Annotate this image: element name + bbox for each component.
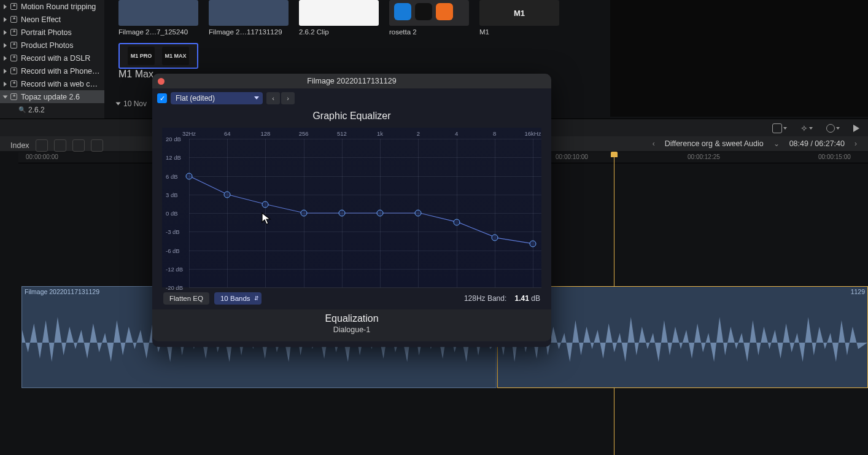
- audio-clip-selected[interactable]: 1129: [497, 286, 868, 388]
- eq-footer: Flatten EQ 10 Bands 128Hz Band: 1.41 dB: [152, 287, 551, 309]
- chevron-down-icon: [783, 127, 787, 130]
- clip-appearance-button[interactable]: [54, 139, 66, 152]
- clip-appearance-button[interactable]: [91, 139, 103, 152]
- media-thumb[interactable]: 2.6.2 Clip: [299, 0, 379, 36]
- x-tick-label: 2: [417, 130, 420, 137]
- y-tick-label: -12 dB: [166, 265, 183, 272]
- sidebar-item-label: Record with a DSLR: [21, 54, 90, 63]
- sidebar-item[interactable]: Record with a Phone…: [0, 64, 104, 77]
- star-icon: [10, 80, 17, 87]
- media-thumb[interactable]: Filmage 2…7_125240: [118, 0, 198, 36]
- tool-retime[interactable]: [826, 124, 840, 133]
- star-icon: [10, 68, 17, 74]
- x-tick-label: 1k: [377, 130, 383, 137]
- disclosure-icon: [4, 17, 7, 22]
- preset-label: Flat (edited): [176, 94, 215, 103]
- sidebar-subitem[interactable]: 2.6.2: [0, 103, 104, 116]
- thumb-image: [299, 0, 379, 26]
- clip-appearance-button[interactable]: [36, 139, 48, 152]
- bands-select[interactable]: 10 Bands: [214, 292, 262, 305]
- sidebar-item-label: Record with a web c…: [21, 80, 98, 88]
- rect-icon: [772, 123, 782, 133]
- section-subtitle: Dialogue-1: [152, 325, 551, 334]
- equalizer-panel: Filmage 20220117131129 ✓ Flat (edited) ‹…: [152, 74, 551, 347]
- history-fwd[interactable]: ›: [854, 139, 857, 148]
- eq-graph[interactable]: 20 dB12 dB6 dB3 dB0 dB-3 dB-6 dB-12 dB-2…: [162, 128, 541, 287]
- thumb-label: rosetta 2: [389, 28, 469, 36]
- sidebar-item[interactable]: Record with a web c…: [0, 77, 104, 90]
- sidebar-item-label: Product Photos: [21, 41, 73, 50]
- y-tick-label: 20 dB: [166, 136, 181, 142]
- sidebar-item[interactable]: Neon Effect: [0, 13, 104, 26]
- disclosure-icon: [4, 43, 7, 48]
- section-title: Equalization: [152, 313, 551, 324]
- date-group[interactable]: 10 Nov: [117, 99, 147, 108]
- sidebar-item[interactable]: Product Photos: [0, 39, 104, 52]
- tool-transform[interactable]: [772, 123, 787, 133]
- chip-label: M1: [514, 9, 525, 18]
- eq-section-label: Equalization Dialogue-1: [152, 309, 551, 341]
- clip-appearance-button[interactable]: [72, 139, 85, 152]
- eq-graph-title: Graphic Equalizer: [152, 111, 551, 122]
- sidebar-item-label: Topaz update 2.6: [21, 93, 80, 101]
- index-button[interactable]: Index: [10, 141, 29, 150]
- sidebar-item-selected[interactable]: Topaz update 2.6: [0, 90, 104, 103]
- sidebar-item-label: Neon Effect: [21, 15, 61, 24]
- eq-enable-checkbox[interactable]: ✓: [157, 93, 167, 103]
- sidebar-item[interactable]: Motion Round tripping: [0, 0, 104, 13]
- y-tick-label: 0 dB: [166, 210, 178, 217]
- waveform: [498, 298, 867, 387]
- star-icon: [10, 93, 17, 100]
- panel-title: Filmage 20220117131129: [307, 77, 396, 85]
- sidebar-item[interactable]: Record with a DSLR: [0, 52, 104, 64]
- star-icon: [10, 42, 17, 49]
- media-thumb[interactable]: rosetta 2: [389, 0, 469, 36]
- flatten-eq-button[interactable]: Flatten EQ: [163, 292, 209, 305]
- eq-preset-select[interactable]: Flat (edited): [171, 92, 263, 104]
- star-icon: [10, 3, 17, 10]
- y-tick-label: 12 dB: [166, 154, 181, 161]
- sidebar-item-label: Motion Round tripping: [21, 2, 96, 11]
- tool-enhance[interactable]: ✧: [800, 123, 813, 133]
- disclosure-icon: [3, 95, 8, 98]
- chevron-down-icon: [809, 127, 813, 130]
- ruler-tick: 00:00:00:00: [26, 154, 58, 160]
- star-icon: [10, 16, 17, 23]
- media-thumb[interactable]: M1 M1: [479, 0, 559, 36]
- y-tick-label: 6 dB: [166, 173, 178, 179]
- disclosure-icon: [116, 103, 121, 106]
- eq-controls: ✓ Flat (edited) ‹ ›: [152, 88, 551, 108]
- sidebar-item-label: Portrait Photos: [21, 28, 72, 37]
- y-tick-label: -20 dB: [166, 284, 183, 291]
- close-icon[interactable]: [158, 78, 165, 85]
- date-label: 10 Nov: [123, 99, 147, 108]
- chevron-down-icon: [836, 127, 840, 130]
- wand-icon: ✧: [800, 123, 808, 133]
- y-tick-label: -3 dB: [166, 228, 180, 235]
- timecode: 08:49 / 06:27:40: [789, 139, 845, 148]
- disclosure-icon: [4, 82, 7, 87]
- media-thumb[interactable]: Filmage 2…117131129: [209, 0, 289, 36]
- x-tick-label: 16kHz: [525, 130, 541, 137]
- thumb-image: M1: [479, 0, 559, 26]
- chevron-down-icon: ⌄: [773, 139, 780, 148]
- preset-next-button[interactable]: ›: [281, 92, 295, 104]
- preset-prev-button[interactable]: ‹: [266, 92, 280, 104]
- disclosure-icon: [4, 4, 7, 9]
- play-button[interactable]: [853, 125, 859, 132]
- viewer-canvas: [610, 0, 868, 117]
- x-tick-label: 64: [224, 130, 231, 137]
- x-tick-label: 32Hz: [182, 130, 196, 137]
- ruler-tick: 00:00:12:25: [688, 154, 720, 160]
- thumb-image: [118, 0, 198, 26]
- timeline-title[interactable]: Difference org & sweet Audio: [665, 139, 764, 148]
- x-tick-label: 8: [493, 130, 496, 137]
- panel-header[interactable]: Filmage 20220117131129: [152, 74, 551, 88]
- disclosure-icon: [4, 56, 7, 61]
- x-tick-label: 256: [299, 130, 309, 137]
- ruler-tick: 00:00:15:00: [818, 154, 851, 160]
- thumb-image: [389, 0, 469, 26]
- thumb-label: M1: [479, 28, 559, 36]
- history-back[interactable]: ‹: [653, 139, 655, 148]
- sidebar-item[interactable]: Portrait Photos: [0, 26, 104, 39]
